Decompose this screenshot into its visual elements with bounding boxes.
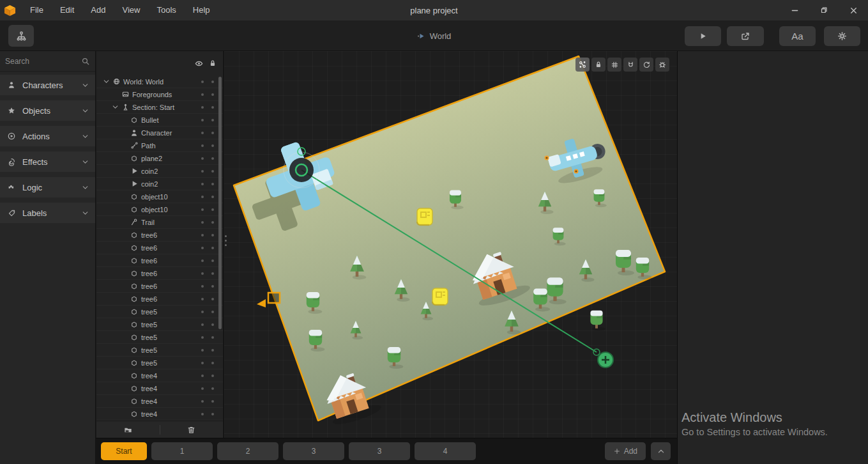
visibility-dot[interactable] [201, 119, 204, 121]
visibility-column-icon[interactable] [194, 59, 204, 68]
tree-row-trail[interactable]: Trail [96, 216, 223, 229]
tree-row-tree6[interactable]: tree6 [96, 242, 223, 254]
tree-row-tree4[interactable]: tree4 [96, 369, 223, 382]
visibility-dot[interactable] [201, 387, 204, 390]
lock-dot[interactable] [211, 170, 214, 173]
tree-row-tree6[interactable]: tree6 [96, 254, 223, 267]
tree-row-tree6[interactable]: tree6 [96, 293, 223, 305]
tree-row-coin2[interactable]: coin2 [96, 165, 223, 178]
close-button[interactable] [839, 0, 868, 20]
lock-dot[interactable] [211, 132, 214, 134]
menu-view[interactable]: View [114, 0, 149, 20]
tree-row-tree5[interactable]: tree5 [96, 305, 223, 318]
tree-row-section-start[interactable]: Section: Start [96, 101, 223, 114]
tree-row-world-world[interactable]: World: World [96, 75, 223, 88]
lock-dot[interactable] [211, 387, 214, 390]
lock-dot[interactable] [211, 106, 214, 109]
scene-tab-1[interactable]: 1 [151, 442, 213, 460]
menu-file[interactable]: File [22, 0, 52, 20]
tree-row-tree6[interactable]: tree6 [96, 280, 223, 293]
tree-row-object10[interactable]: object10 [96, 203, 223, 216]
minimize-button[interactable] [780, 0, 809, 20]
delete-button[interactable] [160, 425, 224, 435]
sidebar-item-logic[interactable]: Logic [0, 177, 95, 197]
lock-dot[interactable] [211, 119, 214, 121]
scene-canvas[interactable] [224, 51, 677, 438]
mindmap-view-button[interactable] [8, 25, 34, 47]
lock-dot[interactable] [211, 196, 214, 198]
lock-dot[interactable] [211, 247, 214, 249]
tree-row-tree5[interactable]: tree5 [96, 318, 223, 331]
add-scene-button[interactable]: Add [605, 442, 646, 460]
tree-row-tree6[interactable]: tree6 [96, 229, 223, 242]
lock-dot[interactable] [211, 259, 214, 262]
tree-row-foregrounds[interactable]: Foregrounds [96, 88, 223, 101]
lock-dot[interactable] [211, 349, 214, 352]
lock-dot[interactable] [211, 298, 214, 300]
visibility-dot[interactable] [201, 81, 204, 83]
coin[interactable] [432, 288, 448, 305]
lock-dot[interactable] [211, 336, 214, 339]
visibility-dot[interactable] [201, 196, 204, 198]
lock-dot[interactable] [211, 375, 214, 377]
menu-edit[interactable]: Edit [52, 0, 82, 20]
lock-dot[interactable] [211, 81, 214, 83]
menu-tools[interactable]: Tools [148, 0, 184, 20]
visibility-dot[interactable] [201, 144, 204, 147]
visibility-dot[interactable] [201, 247, 204, 249]
tree-row-tree6[interactable]: tree6 [96, 267, 223, 280]
visibility-dot[interactable] [201, 311, 204, 313]
lock-dot[interactable] [211, 285, 214, 288]
lock-dot[interactable] [211, 272, 214, 275]
settings-button[interactable] [824, 26, 860, 46]
anchor-dot[interactable] [545, 156, 549, 160]
collapse-panel-button[interactable] [651, 442, 671, 460]
sidebar-item-labels[interactable]: Labels [0, 203, 95, 223]
panel-resize-handle[interactable] [225, 235, 227, 246]
link-toggle-button[interactable] [639, 58, 653, 72]
export-button[interactable] [727, 26, 764, 46]
lock-dot[interactable] [211, 144, 214, 147]
lock-column-icon[interactable] [208, 59, 217, 68]
lock-tool-button[interactable] [591, 58, 605, 72]
lock-dot[interactable] [211, 183, 214, 185]
lock-dot[interactable] [211, 323, 214, 326]
lock-dot[interactable] [211, 413, 214, 415]
sidebar-item-objects[interactable]: Objects [0, 100, 95, 121]
tree-row-character[interactable]: Character [96, 127, 223, 139]
visibility-dot[interactable] [201, 285, 204, 288]
lock-dot[interactable] [211, 93, 214, 96]
visibility-dot[interactable] [201, 106, 204, 109]
tree-row-object10[interactable]: object10 [96, 190, 223, 203]
tree-row-tree5[interactable]: tree5 [96, 357, 223, 369]
visibility-dot[interactable] [201, 208, 204, 211]
lock-dot[interactable] [211, 157, 214, 160]
scene-tab-3[interactable]: 3 [283, 442, 344, 460]
menu-add[interactable]: Add [82, 0, 114, 20]
sidebar-item-characters[interactable]: Characters [0, 75, 95, 95]
scene-tab-2[interactable]: 2 [217, 442, 278, 460]
scene-tab-start[interactable]: Start [101, 442, 147, 460]
tree-row-plane2[interactable]: plane2 [96, 152, 223, 165]
lock-dot[interactable] [211, 311, 214, 313]
visibility-dot[interactable] [201, 221, 204, 224]
visibility-dot[interactable] [201, 157, 204, 160]
visibility-dot[interactable] [201, 349, 204, 352]
debug-toggle-button[interactable] [655, 58, 669, 72]
visibility-dot[interactable] [201, 362, 204, 364]
search-input[interactable]: Search [0, 51, 95, 72]
menu-help[interactable]: Help [185, 0, 218, 20]
tree-row-tree4[interactable]: tree4 [96, 382, 223, 395]
sidebar-item-effects[interactable]: Effects [0, 151, 95, 172]
visibility-dot[interactable] [201, 323, 204, 326]
tree-row-tree4[interactable]: tree4 [96, 408, 223, 421]
visibility-dot[interactable] [201, 234, 204, 236]
coin[interactable] [417, 208, 432, 225]
visibility-dot[interactable] [201, 272, 204, 275]
visibility-dot[interactable] [201, 400, 204, 403]
visibility-dot[interactable] [201, 93, 204, 96]
group-folder-button[interactable] [96, 425, 160, 435]
add-waypoint-badge[interactable] [598, 352, 613, 367]
tree-scrollbar[interactable] [218, 77, 222, 329]
visibility-dot[interactable] [201, 375, 204, 377]
